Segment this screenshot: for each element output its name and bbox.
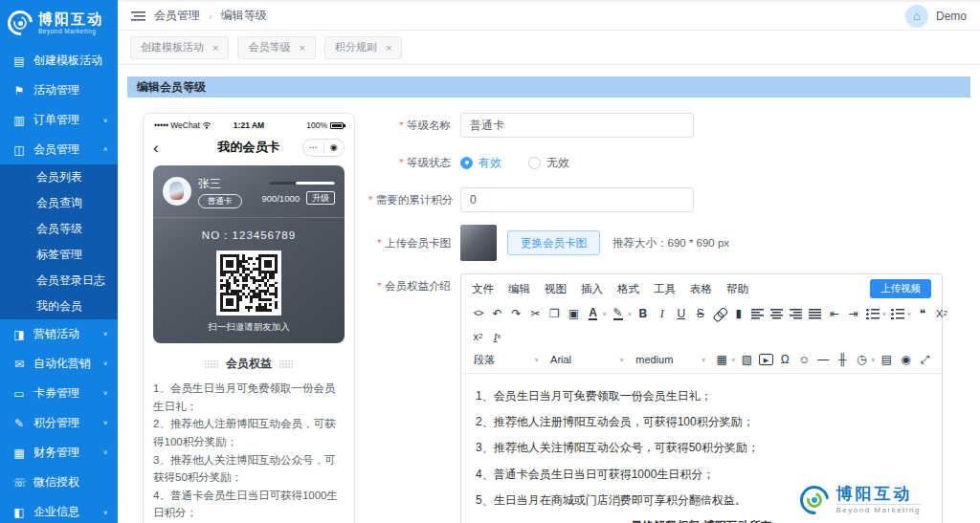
bullet-list-icon[interactable] xyxy=(866,309,880,319)
bold-icon[interactable]: B xyxy=(638,308,647,319)
sidebar-item-marketing[interactable]: ◨ 营销活动 ∨ xyxy=(0,319,118,349)
card-image-thumbnail[interactable] xyxy=(460,225,497,261)
insert-video-icon[interactable]: ▶ xyxy=(759,354,773,365)
radio-valid[interactable]: 有效 xyxy=(460,155,501,171)
align-left-icon[interactable] xyxy=(751,309,764,319)
chevron-down-icon[interactable]: ∨ xyxy=(602,311,607,316)
wechat-capsule[interactable]: ⋯ ◉ xyxy=(302,139,345,157)
numbered-list-icon[interactable] xyxy=(891,309,904,319)
chevron-down-icon[interactable]: ∨ xyxy=(871,357,876,362)
sidebar-subitem-tag-manage[interactable]: 标签管理 xyxy=(0,242,118,268)
subscript-icon[interactable]: X2 xyxy=(933,304,951,323)
redo-icon[interactable]: ↷ xyxy=(507,304,525,323)
wechat-icon: ☏ xyxy=(12,476,26,490)
paragraph-select[interactable]: 段落 ∨ xyxy=(469,350,545,369)
align-right-icon[interactable] xyxy=(790,309,802,319)
table-icon[interactable]: ▦ xyxy=(713,350,731,369)
undo-icon[interactable]: ↶ xyxy=(488,304,506,323)
page-break-icon[interactable]: ╫ xyxy=(834,350,852,369)
sidebar-item-create-template[interactable]: ▤ 创建模板活动 xyxy=(0,46,118,76)
clear-format-icon[interactable]: Ix xyxy=(488,327,506,346)
editor-paragraph: 1、会员生日当月可免费领取一份会员生日礼； xyxy=(476,388,927,403)
sidebar-item-label: 创建模板活动 xyxy=(33,53,102,69)
username[interactable]: Demo xyxy=(936,10,967,23)
sidebar-item-auto-marketing[interactable]: ✉ 自动化营销 ∨ xyxy=(0,349,118,379)
menu-help[interactable]: 帮助 xyxy=(726,282,748,296)
italic-icon[interactable]: I xyxy=(660,308,664,319)
highlight-color-icon[interactable]: ✎ xyxy=(613,307,623,320)
menu-tools[interactable]: 工具 xyxy=(654,282,676,296)
blockquote-icon[interactable]: ❝ xyxy=(914,304,932,323)
chevron-down-icon[interactable]: ∨ xyxy=(627,311,632,316)
editor-content[interactable]: 1、会员生日当月可免费领取一份会员生日礼； 2、推荐他人注册博阳互动会员，可获得… xyxy=(461,374,942,523)
sidebar-item-activity[interactable]: ⚑ 活动管理 xyxy=(0,76,118,105)
sidebar-subitem-member-list[interactable]: 会员列表 xyxy=(0,164,118,190)
insert-image-icon[interactable]: ▧ xyxy=(738,350,756,369)
menu-table[interactable]: 表格 xyxy=(690,282,712,296)
minimize-icon[interactable]: ◉ xyxy=(324,143,345,152)
source-code-icon[interactable]: <> xyxy=(469,304,487,323)
more-icon[interactable]: ⋯ xyxy=(303,143,323,152)
tab-points-rule[interactable]: 积分规则 × xyxy=(324,36,402,59)
sidebar-subitem-my-members[interactable]: 我的会员 xyxy=(0,294,118,319)
brand-slogan: Beyond Marketing xyxy=(38,28,103,34)
sidebar-item-coupons[interactable]: ▭ 卡券管理 ∨ xyxy=(0,379,118,408)
horizontal-rule-icon[interactable]: — xyxy=(814,350,833,369)
chevron-down-icon[interactable]: ∨ xyxy=(881,311,886,316)
copy-icon[interactable]: ❐ xyxy=(546,304,564,323)
align-center-icon[interactable] xyxy=(770,309,783,319)
close-icon[interactable]: × xyxy=(386,42,391,54)
card-image-hint: 推荐大小：690 * 690 px xyxy=(612,236,729,251)
level-name-input[interactable] xyxy=(460,113,694,138)
chevron-down-icon[interactable]: ∨ xyxy=(906,311,911,316)
collapse-menu-icon[interactable] xyxy=(131,11,145,21)
sidebar-subitem-member-level[interactable]: 会员等级 xyxy=(0,216,118,242)
menu-view[interactable]: 视图 xyxy=(545,282,567,296)
bookmark-icon[interactable]: ▮ xyxy=(729,304,747,323)
sidebar-item-company-info[interactable]: ◧ 企业信息 ∨ xyxy=(0,497,118,523)
special-char-icon[interactable]: Ω xyxy=(776,350,794,369)
tab-create-template[interactable]: 创建模板活动 × xyxy=(130,36,229,59)
upgrade-button[interactable]: 升级 xyxy=(306,191,335,205)
menu-insert[interactable]: 插入 xyxy=(581,282,603,296)
chevron-down-icon[interactable]: ∨ xyxy=(731,357,736,362)
insert-datetime-icon[interactable]: ◷ xyxy=(853,350,871,369)
sidebar-item-points[interactable]: ✎ 积分管理 ∨ xyxy=(0,408,118,438)
underline-icon[interactable]: U xyxy=(677,308,685,319)
indent-icon[interactable]: ⇥ xyxy=(844,304,862,323)
preview-icon[interactable]: ◉ xyxy=(897,350,915,369)
font-family-select[interactable]: Arial ∨ xyxy=(546,350,630,369)
brand-logo-icon xyxy=(8,11,33,35)
strikethrough-icon[interactable]: S xyxy=(697,308,704,319)
close-icon[interactable]: × xyxy=(212,42,218,54)
points-input[interactable] xyxy=(460,187,694,212)
font-color-icon[interactable]: A xyxy=(589,307,597,320)
breadcrumb-members[interactable]: 会员管理 xyxy=(154,8,200,24)
menu-edit[interactable]: 编辑 xyxy=(508,282,530,296)
superscript-icon[interactable]: x2 xyxy=(469,327,487,346)
paste-icon[interactable]: ▣ xyxy=(565,304,583,323)
sidebar-subitem-member-query[interactable]: 会员查询 xyxy=(0,190,118,216)
sidebar-item-orders[interactable]: ▥ 订单管理 ∨ xyxy=(0,105,118,135)
emoticon-icon[interactable]: ☺ xyxy=(795,350,813,369)
print-icon[interactable]: ▤ xyxy=(878,350,896,369)
upload-video-button[interactable]: 上传视频 xyxy=(870,279,931,298)
change-card-image-button[interactable]: 更换会员卡图 xyxy=(507,230,600,255)
sidebar-item-members[interactable]: ◫ 会员管理 ∧ xyxy=(0,135,118,164)
chevron-down-icon: ∨ xyxy=(102,331,108,338)
tab-member-level[interactable]: 会员等级 × xyxy=(237,36,315,59)
link-icon[interactable] xyxy=(711,305,728,322)
fullscreen-icon[interactable]: ⤢ xyxy=(916,350,934,369)
sidebar-item-finance[interactable]: ▦ 财务管理 ∨ xyxy=(0,438,118,468)
outdent-icon[interactable]: ⇤ xyxy=(825,304,843,323)
close-icon[interactable]: × xyxy=(299,42,304,54)
sidebar-subitem-login-log[interactable]: 会员登录日志 xyxy=(0,268,118,294)
font-size-select[interactable]: medium ∨ xyxy=(631,350,712,369)
sidebar-item-wechat-auth[interactable]: ☏ 微信授权 xyxy=(0,468,118,497)
radio-invalid[interactable]: 无效 xyxy=(528,155,569,171)
menu-file[interactable]: 文件 xyxy=(472,282,494,296)
cut-icon[interactable]: ✂ xyxy=(526,304,545,323)
align-justify-icon[interactable] xyxy=(809,309,821,319)
menu-format[interactable]: 格式 xyxy=(617,282,639,296)
user-avatar[interactable]: ⌂ xyxy=(905,5,928,28)
